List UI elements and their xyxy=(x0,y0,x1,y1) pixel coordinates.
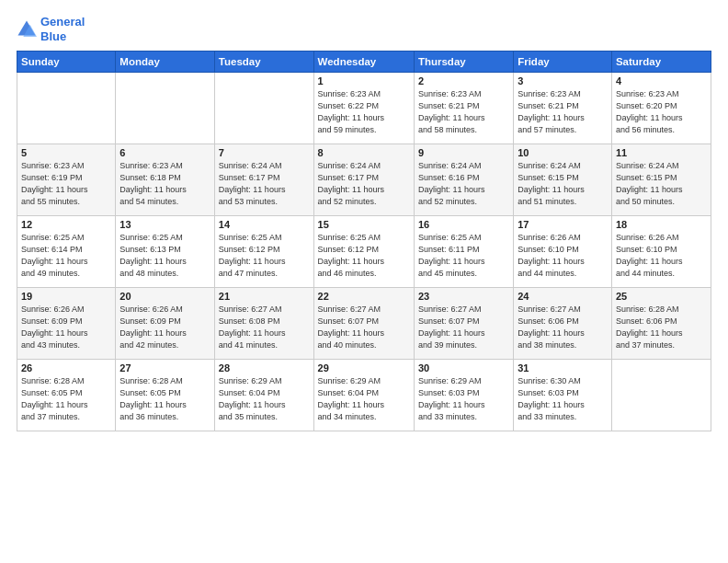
day-info: Sunrise: 6:27 AM Sunset: 6:07 PM Dayligh… xyxy=(318,304,410,351)
day-info: Sunrise: 6:23 AM Sunset: 6:20 PM Dayligh… xyxy=(616,88,707,136)
day-number: 1 xyxy=(318,75,410,86)
calendar-cell: 31Sunrise: 6:30 AM Sunset: 6:03 PM Dayli… xyxy=(514,360,612,431)
calendar-cell: 16Sunrise: 6:25 AM Sunset: 6:11 PM Dayli… xyxy=(414,216,513,288)
day-info: Sunrise: 6:23 AM Sunset: 6:22 PM Dayligh… xyxy=(318,88,410,136)
calendar-cell: 18Sunrise: 6:26 AM Sunset: 6:10 PM Dayli… xyxy=(611,216,711,288)
page: General Blue SundayMondayTuesdayWednesda… xyxy=(0,0,728,563)
weekday-header-wednesday: Wednesday xyxy=(313,52,414,73)
calendar-cell: 20Sunrise: 6:26 AM Sunset: 6:09 PM Dayli… xyxy=(116,288,215,360)
day-number: 11 xyxy=(616,147,707,158)
day-number: 21 xyxy=(219,291,310,302)
day-info: Sunrise: 6:26 AM Sunset: 6:09 PM Dayligh… xyxy=(119,304,210,351)
calendar-cell: 15Sunrise: 6:25 AM Sunset: 6:12 PM Dayli… xyxy=(313,216,414,288)
day-info: Sunrise: 6:27 AM Sunset: 6:06 PM Dayligh… xyxy=(518,304,608,351)
calendar-cell: 24Sunrise: 6:27 AM Sunset: 6:06 PM Dayli… xyxy=(514,288,612,360)
day-info: Sunrise: 6:27 AM Sunset: 6:07 PM Dayligh… xyxy=(418,304,509,351)
calendar-cell: 4Sunrise: 6:23 AM Sunset: 6:20 PM Daylig… xyxy=(611,73,711,144)
day-info: Sunrise: 6:26 AM Sunset: 6:10 PM Dayligh… xyxy=(616,232,707,280)
day-number: 5 xyxy=(21,147,111,158)
day-info: Sunrise: 6:25 AM Sunset: 6:13 PM Dayligh… xyxy=(119,232,210,280)
day-number: 16 xyxy=(418,219,509,230)
calendar-cell xyxy=(611,360,711,431)
day-info: Sunrise: 6:23 AM Sunset: 6:21 PM Dayligh… xyxy=(518,88,608,136)
day-info: Sunrise: 6:25 AM Sunset: 6:12 PM Dayligh… xyxy=(219,232,310,280)
week-row-1: 1Sunrise: 6:23 AM Sunset: 6:22 PM Daylig… xyxy=(17,73,711,144)
day-info: Sunrise: 6:26 AM Sunset: 6:09 PM Dayligh… xyxy=(21,304,111,351)
day-number: 10 xyxy=(518,147,608,158)
day-number: 30 xyxy=(418,362,509,373)
calendar-cell: 11Sunrise: 6:24 AM Sunset: 6:15 PM Dayli… xyxy=(611,144,711,216)
calendar-cell: 22Sunrise: 6:27 AM Sunset: 6:07 PM Dayli… xyxy=(313,288,414,360)
day-info: Sunrise: 6:24 AM Sunset: 6:16 PM Dayligh… xyxy=(418,160,509,208)
calendar-cell xyxy=(17,73,116,144)
calendar-cell: 25Sunrise: 6:28 AM Sunset: 6:06 PM Dayli… xyxy=(611,288,711,360)
day-info: Sunrise: 6:27 AM Sunset: 6:08 PM Dayligh… xyxy=(219,304,310,351)
weekday-header-sunday: Sunday xyxy=(17,52,116,73)
day-number: 25 xyxy=(616,291,707,302)
day-number: 8 xyxy=(318,147,410,158)
day-number: 3 xyxy=(518,75,608,86)
day-info: Sunrise: 6:28 AM Sunset: 6:06 PM Dayligh… xyxy=(616,304,707,351)
day-number: 19 xyxy=(21,291,111,302)
day-number: 18 xyxy=(616,219,707,230)
calendar-cell: 21Sunrise: 6:27 AM Sunset: 6:08 PM Dayli… xyxy=(214,288,313,360)
day-number: 28 xyxy=(219,362,310,373)
calendar-cell: 27Sunrise: 6:28 AM Sunset: 6:05 PM Dayli… xyxy=(116,360,215,431)
weekday-header-friday: Friday xyxy=(514,52,612,73)
day-number: 29 xyxy=(318,362,410,373)
day-info: Sunrise: 6:28 AM Sunset: 6:05 PM Dayligh… xyxy=(21,375,111,423)
day-info: Sunrise: 6:23 AM Sunset: 6:19 PM Dayligh… xyxy=(21,160,111,208)
day-number: 31 xyxy=(518,362,608,373)
day-number: 15 xyxy=(318,219,410,230)
calendar-cell: 29Sunrise: 6:29 AM Sunset: 6:04 PM Dayli… xyxy=(313,360,414,431)
day-number: 6 xyxy=(119,147,210,158)
calendar-cell: 17Sunrise: 6:26 AM Sunset: 6:10 PM Dayli… xyxy=(514,216,612,288)
calendar-cell: 5Sunrise: 6:23 AM Sunset: 6:19 PM Daylig… xyxy=(17,144,116,216)
day-info: Sunrise: 6:28 AM Sunset: 6:05 PM Dayligh… xyxy=(119,375,210,423)
calendar-cell: 12Sunrise: 6:25 AM Sunset: 6:14 PM Dayli… xyxy=(17,216,116,288)
calendar-cell: 8Sunrise: 6:24 AM Sunset: 6:17 PM Daylig… xyxy=(313,144,414,216)
calendar-cell: 7Sunrise: 6:24 AM Sunset: 6:17 PM Daylig… xyxy=(214,144,313,216)
week-row-4: 19Sunrise: 6:26 AM Sunset: 6:09 PM Dayli… xyxy=(17,288,711,360)
day-number: 26 xyxy=(21,362,111,373)
day-number: 22 xyxy=(318,291,410,302)
calendar: SundayMondayTuesdayWednesdayThursdayFrid… xyxy=(17,51,711,431)
calendar-cell: 13Sunrise: 6:25 AM Sunset: 6:13 PM Dayli… xyxy=(116,216,215,288)
day-info: Sunrise: 6:24 AM Sunset: 6:17 PM Dayligh… xyxy=(318,160,410,208)
calendar-cell: 10Sunrise: 6:24 AM Sunset: 6:15 PM Dayli… xyxy=(514,144,612,216)
day-number: 23 xyxy=(418,291,509,302)
calendar-cell xyxy=(116,73,215,144)
day-info: Sunrise: 6:24 AM Sunset: 6:17 PM Dayligh… xyxy=(219,160,310,208)
logo: General Blue xyxy=(17,15,85,43)
week-row-2: 5Sunrise: 6:23 AM Sunset: 6:19 PM Daylig… xyxy=(17,144,711,216)
calendar-cell: 26Sunrise: 6:28 AM Sunset: 6:05 PM Dayli… xyxy=(17,360,116,431)
day-number: 9 xyxy=(418,147,509,158)
weekday-header-saturday: Saturday xyxy=(611,52,711,73)
weekday-header-thursday: Thursday xyxy=(414,52,513,73)
calendar-cell: 23Sunrise: 6:27 AM Sunset: 6:07 PM Dayli… xyxy=(414,288,513,360)
calendar-cell: 30Sunrise: 6:29 AM Sunset: 6:03 PM Dayli… xyxy=(414,360,513,431)
day-number: 17 xyxy=(518,219,608,230)
weekday-header-tuesday: Tuesday xyxy=(214,52,313,73)
calendar-cell: 28Sunrise: 6:29 AM Sunset: 6:04 PM Dayli… xyxy=(214,360,313,431)
day-number: 12 xyxy=(21,219,111,230)
day-info: Sunrise: 6:25 AM Sunset: 6:12 PM Dayligh… xyxy=(318,232,410,280)
header: General Blue xyxy=(17,15,711,43)
calendar-cell: 14Sunrise: 6:25 AM Sunset: 6:12 PM Dayli… xyxy=(214,216,313,288)
day-number: 2 xyxy=(418,75,509,86)
logo-text: General Blue xyxy=(40,15,85,43)
calendar-cell: 1Sunrise: 6:23 AM Sunset: 6:22 PM Daylig… xyxy=(313,73,414,144)
calendar-cell xyxy=(214,73,313,144)
day-number: 13 xyxy=(119,219,210,230)
calendar-cell: 2Sunrise: 6:23 AM Sunset: 6:21 PM Daylig… xyxy=(414,73,513,144)
calendar-cell: 9Sunrise: 6:24 AM Sunset: 6:16 PM Daylig… xyxy=(414,144,513,216)
day-info: Sunrise: 6:29 AM Sunset: 6:04 PM Dayligh… xyxy=(318,375,410,423)
calendar-cell: 19Sunrise: 6:26 AM Sunset: 6:09 PM Dayli… xyxy=(17,288,116,360)
day-number: 14 xyxy=(219,219,310,230)
logo-icon xyxy=(17,19,37,40)
day-info: Sunrise: 6:25 AM Sunset: 6:14 PM Dayligh… xyxy=(21,232,111,280)
weekday-header-row: SundayMondayTuesdayWednesdayThursdayFrid… xyxy=(17,52,711,73)
day-number: 27 xyxy=(119,362,210,373)
day-number: 7 xyxy=(219,147,310,158)
calendar-cell: 6Sunrise: 6:23 AM Sunset: 6:18 PM Daylig… xyxy=(116,144,215,216)
